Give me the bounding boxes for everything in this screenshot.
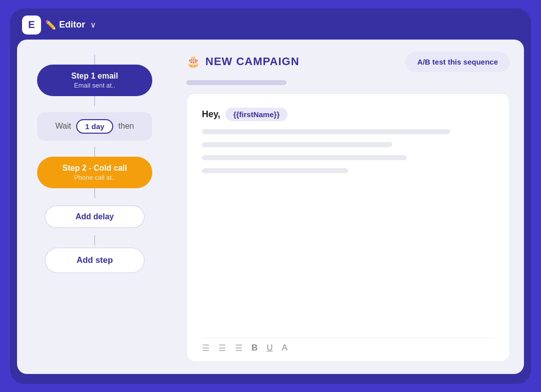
wait-block: Wait 1 day then: [37, 112, 152, 141]
logo-box: E: [22, 16, 41, 35]
connector-top: [94, 55, 95, 65]
main-card: Step 1 email Email sent at.. Wait 1 day …: [17, 40, 524, 374]
hey-text: Hey,: [202, 109, 220, 120]
editor-toolbar: ☰ ☰ ☰ B U A: [202, 337, 494, 353]
connector-4: [94, 235, 95, 245]
add-delay-label: Add delay: [76, 212, 114, 221]
step2-coldcall-block[interactable]: Step 2 - Cold call Phone call at..: [37, 157, 152, 188]
ab-test-button[interactable]: A/B test this sequence: [405, 52, 510, 72]
add-step-button[interactable]: Add step: [45, 247, 145, 273]
wait-then-label: then: [118, 122, 134, 131]
content-line-1: [202, 129, 450, 134]
connector-2: [94, 147, 95, 157]
underline-icon[interactable]: U: [266, 343, 273, 353]
add-step-label: Add step: [77, 255, 113, 265]
connector-1: [94, 96, 95, 106]
step1-title: Step 1 email: [49, 72, 140, 81]
content-line-3: [202, 155, 407, 160]
hey-row: Hey, {{firstName}}: [202, 108, 494, 121]
align-right-icon[interactable]: ☰: [235, 343, 242, 353]
content-line-2: [202, 142, 392, 147]
cake-emoji-icon: 🎂: [186, 55, 200, 68]
step2-title: Step 2 - Cold call: [49, 164, 140, 173]
sequence-bar: [186, 80, 287, 85]
firstname-badge[interactable]: {{firstName}}: [225, 108, 288, 121]
chevron-down-icon[interactable]: ∨: [90, 20, 96, 30]
editor-card: Hey, {{firstName}} ☰ ☰ ☰ B U A: [186, 93, 510, 362]
align-left-icon[interactable]: ☰: [202, 343, 209, 353]
campaign-title: 🎂 NEW CAMPAIGN: [186, 55, 300, 68]
editor-label: ✏️ Editor: [45, 20, 85, 31]
add-delay-button[interactable]: Add delay: [45, 205, 145, 228]
campaign-title-text: NEW CAMPAIGN: [205, 55, 300, 68]
step1-subtitle: Email sent at..: [49, 82, 140, 89]
right-panel: 🎂 NEW CAMPAIGN A/B test this sequence He…: [172, 40, 524, 374]
outer-card: E ✏️ Editor ∨ Step 1 email Email sent at…: [10, 9, 531, 384]
pencil-icon: ✏️: [45, 20, 56, 31]
step1-email-block[interactable]: Step 1 email Email sent at..: [37, 65, 152, 96]
align-center-icon[interactable]: ☰: [218, 343, 226, 353]
step2-subtitle: Phone call at..: [49, 174, 140, 181]
wait-label: Wait: [56, 122, 71, 131]
content-line-4: [202, 168, 348, 173]
top-bar: E ✏️ Editor ∨: [17, 16, 524, 40]
editor-text: Editor: [59, 20, 85, 30]
bold-icon[interactable]: B: [251, 343, 257, 353]
left-panel: Step 1 email Email sent at.. Wait 1 day …: [17, 40, 172, 374]
campaign-header-row: 🎂 NEW CAMPAIGN A/B test this sequence: [186, 52, 510, 72]
logo-icon: E: [28, 19, 35, 31]
font-color-icon[interactable]: A: [282, 343, 288, 353]
connector-3: [94, 188, 95, 198]
editor-spacer: [202, 181, 494, 329]
wait-duration-badge[interactable]: 1 day: [76, 119, 113, 134]
